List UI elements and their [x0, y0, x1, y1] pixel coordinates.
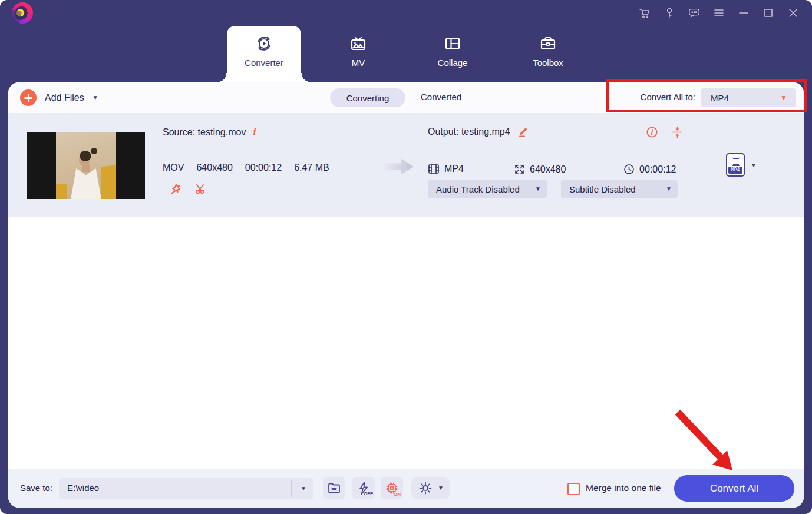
convert-all-to-dropdown[interactable]: MP4 ▼	[701, 88, 796, 107]
caret-down-icon: ▼	[666, 186, 672, 192]
content-area: Add Files ▼ Converting Converted Convert…	[8, 82, 804, 508]
mv-icon	[323, 33, 394, 54]
tab-toolbox[interactable]: Toolbox	[513, 33, 583, 68]
convert-all-button-label: Convert All	[710, 483, 758, 495]
format-film-icon	[428, 164, 440, 174]
toolbar: Add Files ▼ Converting Converted Convert…	[8, 82, 804, 113]
menu-icon[interactable]	[713, 6, 725, 20]
converter-icon	[227, 33, 301, 54]
filter-tab-label: Converted	[421, 92, 461, 102]
save-path-value: E:\video	[67, 483, 99, 493]
source-filename: Source: testing.mov	[163, 127, 246, 138]
open-folder-button[interactable]	[323, 477, 345, 499]
merge-label: Merge into one file	[586, 483, 661, 493]
settings-button[interactable]: ▼	[411, 477, 450, 499]
hardware-accel-toggle-button[interactable]: ON	[381, 477, 403, 499]
add-files-label: Add Files	[45, 92, 84, 103]
output-resolution: 640x480	[530, 164, 566, 175]
file-row[interactable]: Source: testing.mov i MOV640x48000:00:12…	[8, 113, 804, 217]
compress-icon[interactable]	[671, 126, 684, 138]
caret-down-icon[interactable]: ▼	[93, 95, 98, 101]
tab-label: Collage	[417, 58, 488, 68]
folder-icon	[327, 482, 341, 495]
high-speed-toggle-button[interactable]: OFF	[352, 477, 375, 499]
feedback-icon[interactable]	[688, 6, 700, 20]
bottom-bar: Save to: E:\video ▼ OFF	[8, 469, 804, 508]
save-to-label: Save to:	[20, 483, 52, 493]
resolution-icon	[514, 164, 525, 175]
convert-all-button[interactable]: Convert All	[674, 475, 794, 502]
file-list-empty-area	[8, 217, 804, 469]
key-icon[interactable]	[664, 6, 675, 20]
app-logo-icon	[12, 2, 33, 24]
tab-mv[interactable]: MV	[323, 33, 394, 68]
video-thumbnail[interactable]	[27, 132, 145, 199]
convert-all-to-value: MP4	[711, 93, 729, 103]
filter-tab-converted[interactable]: Converted	[421, 92, 461, 102]
source-meta: MOV640x48000:00:126.47 MB	[163, 163, 335, 173]
convert-all-to-label: Convert All to:	[610, 92, 695, 102]
output-filename: Output: testing.mp4	[428, 127, 510, 137]
tab-label: MV	[323, 58, 394, 68]
divider	[291, 480, 292, 497]
tab-converter[interactable]: Converter	[227, 26, 301, 82]
source-duration: 00:00:12	[239, 163, 288, 173]
rename-edit-icon[interactable]	[517, 126, 529, 138]
cut-icon[interactable]	[194, 183, 207, 195]
caret-down-icon[interactable]: ▼	[751, 163, 757, 168]
source-format: MOV	[163, 163, 190, 173]
gear-icon	[418, 480, 433, 496]
subtitle-dropdown[interactable]: Subtitle Disabled ▼	[561, 180, 678, 198]
filter-tab-label: Converting	[346, 93, 390, 103]
collage-icon	[417, 33, 488, 54]
filter-tab-converting[interactable]: Converting	[330, 88, 405, 107]
add-icon	[20, 89, 37, 106]
lightning-state-label: OFF	[364, 491, 373, 496]
source-info-icon[interactable]: i	[253, 126, 256, 138]
caret-down-icon: ▼	[535, 186, 541, 192]
subtitle-value: Subtitle Disabled	[569, 184, 636, 194]
caret-down-icon: ▼	[301, 486, 306, 492]
output-duration: 00:00:12	[639, 164, 676, 175]
divider	[163, 151, 362, 151]
duration-clock-icon	[623, 164, 635, 175]
audio-track-dropdown[interactable]: Audio Track Disabled ▼	[428, 180, 547, 198]
maximize-icon[interactable]	[763, 6, 774, 20]
app-window: Converter MV Collage	[0, 0, 812, 514]
titlebar-controls	[639, 6, 799, 20]
add-files-button[interactable]: Add Files ▼	[20, 89, 98, 106]
source-resolution: 640x480	[190, 163, 238, 173]
output-info-icon[interactable]	[646, 126, 658, 138]
output-profile-button[interactable]: MP4	[726, 153, 745, 177]
minimize-icon[interactable]	[738, 6, 750, 20]
chip-state-label: ON	[394, 492, 401, 497]
toolbox-icon	[513, 33, 583, 54]
divider	[428, 151, 701, 151]
close-icon[interactable]	[787, 6, 799, 20]
tab-label: Toolbox	[513, 58, 583, 68]
caret-down-icon: ▼	[438, 485, 444, 491]
tab-collage[interactable]: Collage	[417, 33, 488, 68]
format-badge: MP4	[728, 167, 742, 174]
source-size: 6.47 MB	[288, 163, 335, 173]
arrow-right-icon	[384, 158, 414, 175]
film-icon	[732, 157, 740, 166]
audio-track-value: Audio Track Disabled	[436, 184, 520, 194]
cart-icon[interactable]	[639, 6, 651, 20]
edit-effects-icon[interactable]	[170, 183, 183, 195]
thumbnail-photo	[56, 132, 116, 199]
save-path-combobox[interactable]: E:\video ▼	[59, 478, 313, 499]
merge-checkbox[interactable]	[567, 483, 580, 495]
output-format: MP4	[444, 164, 464, 174]
caret-down-icon: ▼	[780, 94, 787, 101]
tab-label: Converter	[227, 58, 301, 68]
